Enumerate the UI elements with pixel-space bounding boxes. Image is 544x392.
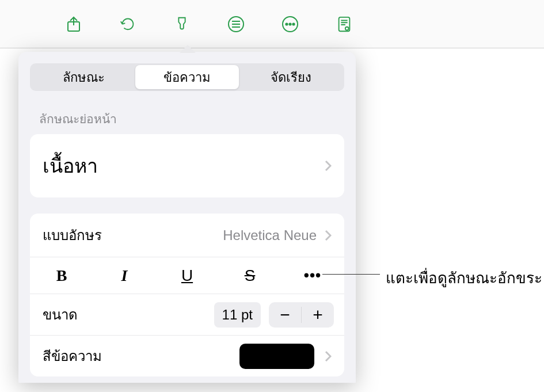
tab-style[interactable]: ลักษณะ xyxy=(32,65,135,89)
style-list-icon[interactable] xyxy=(226,14,246,35)
chevron-right-icon xyxy=(325,160,332,172)
text-format-row: B I U S ••• xyxy=(30,257,344,294)
chevron-right-icon xyxy=(325,351,332,362)
share-icon[interactable] xyxy=(63,14,84,35)
underline-button[interactable]: U xyxy=(173,267,201,285)
toolbar xyxy=(0,0,544,48)
font-card: แบบอักษร Helvetica Neue B I U S ••• ขนาด… xyxy=(30,214,344,376)
size-label: ขนาด xyxy=(43,303,214,326)
paragraph-style-label: ลักษณะย่อหน้า xyxy=(39,109,335,128)
brush-icon[interactable] xyxy=(172,14,192,35)
tab-arrange[interactable]: จัดเรียง xyxy=(239,65,343,89)
more-format-button[interactable]: ••• xyxy=(298,267,327,284)
size-value[interactable]: 11 pt xyxy=(214,302,261,328)
svg-point-3 xyxy=(286,23,287,25)
more-icon[interactable] xyxy=(280,14,300,35)
strikethrough-button[interactable]: S xyxy=(235,267,264,285)
font-label: แบบอักษร xyxy=(43,224,223,246)
font-value: Helvetica Neue xyxy=(223,227,317,243)
tab-segmented-control: ลักษณะ ข้อความ จัดเรียง xyxy=(30,63,344,91)
paragraph-style-card: เนื้อหา xyxy=(30,134,344,197)
annotation-text: แตะเพื่อดูลักษณะอักขระ xyxy=(386,266,542,290)
svg-point-4 xyxy=(289,23,291,25)
size-stepper: − + xyxy=(269,302,334,328)
font-row[interactable]: แบบอักษร Helvetica Neue xyxy=(30,214,344,257)
size-decrease-button[interactable]: − xyxy=(269,302,301,328)
tab-text[interactable]: ข้อความ xyxy=(135,65,239,89)
italic-button[interactable]: I xyxy=(110,267,139,285)
text-color-row[interactable]: สีข้อความ xyxy=(30,335,344,376)
svg-point-5 xyxy=(292,23,294,25)
paragraph-style-row[interactable]: เนื้อหา xyxy=(30,134,344,197)
paragraph-style-value: เนื้อหา xyxy=(43,150,325,181)
size-row: ขนาด 11 pt − + xyxy=(30,294,344,335)
text-color-swatch[interactable] xyxy=(239,344,314,369)
document-view-icon[interactable] xyxy=(334,14,355,35)
annotation-line xyxy=(322,274,380,275)
format-popover: ลักษณะ ข้อความ จัดเรียง ลักษณะย่อหน้า เน… xyxy=(18,52,356,383)
bold-button[interactable]: B xyxy=(47,267,76,285)
popover-pointer xyxy=(180,45,196,53)
chevron-right-icon xyxy=(325,230,332,241)
text-color-label: สีข้อความ xyxy=(43,345,239,367)
undo-icon[interactable] xyxy=(117,14,138,35)
size-increase-button[interactable]: + xyxy=(302,302,334,328)
svg-point-8 xyxy=(346,27,348,29)
